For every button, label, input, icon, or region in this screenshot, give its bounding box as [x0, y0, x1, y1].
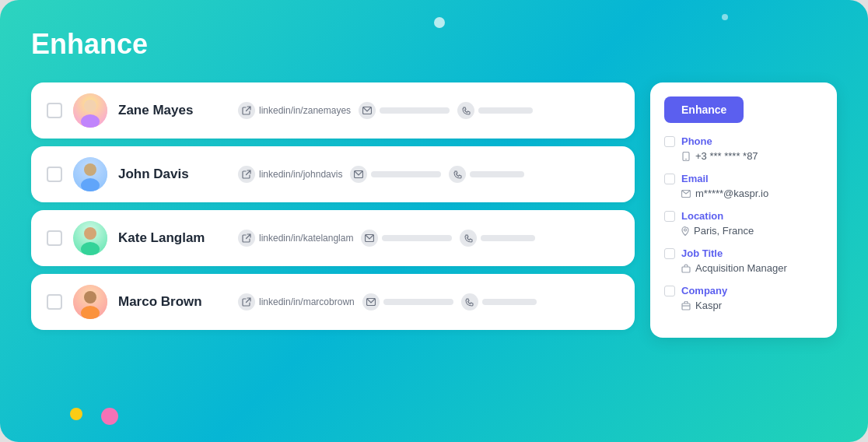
company-value: Kaspr — [695, 300, 722, 311]
contact-name-kate: Kate Langlam — [118, 230, 227, 246]
email-icon-marco[interactable] — [362, 293, 453, 310]
contact-meta-zane: linkedin/in/zanemayes — [238, 102, 619, 119]
decorative-dot-top — [434, 17, 445, 28]
envelope-icon-kate — [361, 230, 378, 247]
phone-icon-zane — [457, 102, 474, 119]
phone-icon-kate[interactable] — [460, 230, 535, 247]
email-label: Email — [681, 173, 709, 184]
checkbox-email[interactable] — [664, 174, 675, 184]
avatar-john — [73, 157, 107, 191]
link-icon-john — [238, 166, 255, 183]
contact-meta-john: linkedin/in/johndavis — [238, 166, 619, 183]
app-container: Enhance — [0, 0, 868, 442]
email-value: m*****@kaspr.io — [695, 188, 768, 199]
job-title-label: Job Title — [681, 247, 723, 259]
linkedin-text-zane: linkedin/in/zanemayes — [259, 105, 351, 116]
phone-icon-john[interactable] — [449, 166, 524, 183]
phone-bar-marco — [482, 299, 537, 305]
company-detail-icon — [681, 300, 691, 311]
linkedin-john[interactable]: linkedin/in/johndavis — [238, 166, 342, 183]
phone-label: Phone — [681, 135, 712, 147]
contact-meta-kate: linkedin/in/katelanglam — [238, 230, 619, 247]
svg-point-13 — [84, 291, 96, 303]
detail-panel: Enhance Phone +3 *** **** *87 — [650, 82, 837, 338]
location-value: Paris, France — [694, 225, 754, 237]
avatar-kate — [73, 221, 107, 255]
linkedin-marco[interactable]: linkedin/in/marcobrown — [238, 293, 355, 310]
detail-section-job-title: Job Title Acquisition Manager — [664, 247, 823, 274]
company-label: Company — [681, 285, 727, 296]
job-title-value: Acquisition Manager — [695, 262, 787, 274]
phone-icon-john — [449, 166, 466, 183]
location-row: Paris, France — [664, 225, 823, 237]
email-bar-john — [371, 171, 441, 177]
email-icon-kate[interactable] — [361, 230, 452, 247]
phone-bar-kate — [481, 235, 535, 241]
enhance-button[interactable]: Enhance — [664, 96, 744, 123]
linkedin-text-kate: linkedin/in/katelanglam — [259, 233, 353, 244]
phone-icon-kate — [460, 230, 477, 247]
location-label: Location — [681, 210, 723, 222]
linkedin-kate[interactable]: linkedin/in/katelanglam — [238, 230, 353, 247]
svg-point-1 — [84, 100, 96, 112]
contact-list: Zane Mayes linkedin/in/zanemayes — [31, 82, 635, 330]
email-section-header: Email — [664, 173, 823, 184]
link-icon-zane — [238, 102, 255, 119]
checkbox-phone[interactable] — [664, 136, 675, 147]
checkbox-location[interactable] — [664, 211, 675, 222]
phone-icon-marco[interactable] — [461, 293, 537, 310]
contact-name-john: John Davis — [118, 167, 227, 182]
detail-section-email: Email m*****@kaspr.io — [664, 173, 823, 199]
email-bar-kate — [382, 235, 452, 241]
main-layout: Zane Mayes linkedin/in/zanemayes — [31, 82, 837, 338]
contact-name-zane: Zane Mayes — [118, 103, 227, 118]
svg-point-19 — [684, 229, 687, 231]
email-icon-john[interactable] — [350, 166, 441, 183]
email-bar-marco — [383, 299, 453, 305]
checkbox-company[interactable] — [664, 286, 675, 296]
app-title: Enhance — [31, 28, 837, 61]
svg-point-9 — [84, 227, 96, 240]
email-row: m*****@kaspr.io — [664, 188, 823, 199]
svg-rect-17 — [685, 159, 688, 160]
email-icon-zane[interactable] — [359, 102, 450, 119]
decorative-dot-pink — [101, 408, 118, 425]
job-title-detail-icon — [681, 263, 691, 274]
svg-rect-20 — [682, 267, 690, 272]
job-title-row: Acquisition Manager — [664, 262, 823, 274]
envelope-icon-zane — [359, 102, 376, 119]
email-detail-icon — [681, 188, 691, 199]
phone-section-header: Phone — [664, 135, 823, 147]
company-row: Kaspr — [664, 300, 823, 311]
checkbox-marco[interactable] — [47, 294, 62, 310]
checkbox-zane[interactable] — [47, 103, 62, 118]
phone-bar-zane — [478, 107, 533, 114]
location-detail-icon — [681, 226, 689, 237]
phone-row: +3 *** **** *87 — [664, 150, 823, 162]
job-title-section-header: Job Title — [664, 247, 823, 259]
checkbox-kate[interactable] — [47, 230, 62, 246]
checkbox-job-title[interactable] — [664, 248, 675, 259]
phone-bar-john — [470, 171, 524, 177]
checkbox-john[interactable] — [47, 167, 62, 182]
email-bar-zane — [380, 107, 450, 114]
phone-icon-zane[interactable] — [457, 102, 533, 119]
linkedin-zane[interactable]: linkedin/in/zanemayes — [238, 102, 351, 119]
link-icon-marco — [238, 293, 255, 310]
detail-section-location: Location Paris, France — [664, 210, 823, 237]
link-icon-kate — [238, 230, 255, 247]
detail-section-company: Company Kaspr — [664, 285, 823, 311]
phone-detail-icon — [681, 151, 691, 162]
contact-card-john: John Davis linkedin/in/johndavis — [31, 146, 635, 202]
company-section-header: Company — [664, 285, 823, 296]
svg-point-5 — [84, 163, 96, 176]
phone-value: +3 *** **** *87 — [695, 150, 758, 162]
contact-card-marco: Marco Brown linkedin/in/marcobrown — [31, 274, 635, 330]
contact-card-zane: Zane Mayes linkedin/in/zanemayes — [31, 82, 635, 139]
envelope-icon-john — [350, 166, 367, 183]
contact-name-marco: Marco Brown — [118, 294, 227, 310]
envelope-icon-marco — [362, 293, 380, 310]
avatar-marco — [73, 285, 107, 319]
avatar-zane — [73, 93, 107, 128]
linkedin-text-marco: linkedin/in/marcobrown — [259, 296, 355, 307]
